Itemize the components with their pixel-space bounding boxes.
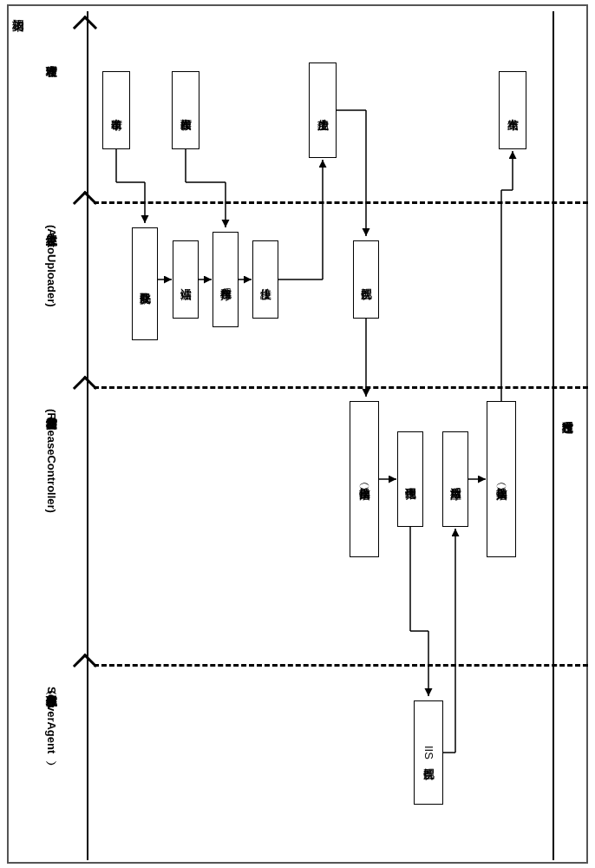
lane-separator-2 bbox=[94, 386, 588, 389]
chevron-icon bbox=[73, 16, 97, 40]
box-cluster-pull-out: 启动集群操作（拉出） bbox=[350, 401, 379, 557]
box-activate-app: 激活应用程序 bbox=[442, 431, 468, 527]
lane-column-separator bbox=[87, 11, 88, 860]
lane-publish-controller: 发布控制器(ReleaseController) bbox=[43, 405, 59, 516]
box-publish-end: 发布结束 bbox=[499, 71, 526, 149]
lane-publish-mgmt: 发布管理 bbox=[43, 54, 59, 61]
chevron-icon bbox=[73, 654, 97, 678]
lane-publish-agent: 发布代理服务（ServerAgent） bbox=[43, 683, 59, 757]
box-call-agent-cmd: 调用代理指令 bbox=[397, 431, 423, 527]
box-config-switch: 配置切换 bbox=[353, 240, 379, 319]
box-upload-module: 上传模块 bbox=[252, 240, 278, 319]
box-iis-switch: IIS配置切换 bbox=[414, 700, 443, 805]
lane-upload-system: 上传系统(AutoUploader) bbox=[43, 221, 59, 311]
chevron-icon bbox=[73, 376, 97, 400]
lane-separator-1 bbox=[94, 201, 588, 204]
side-label-process: 发布过程 bbox=[559, 410, 575, 417]
box-compile-site: 编译站点 bbox=[173, 240, 199, 319]
box-req-form: 发布申请单 bbox=[102, 71, 130, 149]
box-get-code: 获取代码及文件 bbox=[132, 227, 158, 340]
logic-architecture-diagram: 逻辑架构 发布管理 上传系统(AutoUploader) 发布控制器(Relea… bbox=[7, 4, 588, 864]
box-cluster-pull-in: 启动集群操作（拉入） bbox=[487, 401, 516, 557]
chevron-icon bbox=[73, 191, 97, 215]
box-pending-pkg: 待发布程序包 bbox=[212, 232, 239, 327]
lane-separator-3 bbox=[94, 664, 588, 667]
box-op-panel: 发布操作面板 bbox=[172, 71, 199, 149]
box-upload-success: 上传生产成功 bbox=[309, 62, 337, 158]
